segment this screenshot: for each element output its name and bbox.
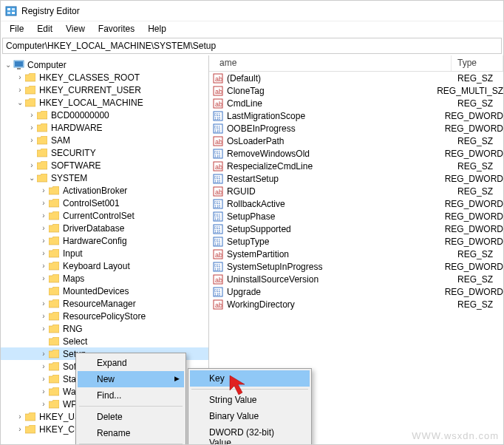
tree-item[interactable]: ›ControlSet001: [1, 197, 208, 209]
address-bar[interactable]: Computer\HKEY_LOCAL_MACHINE\SYSTEM\Setup: [2, 38, 502, 54]
tree-item[interactable]: ›CurrentControlSet: [1, 209, 208, 222]
list-item[interactable]: ab(Default)REG_SZ: [209, 72, 503, 84]
chevron-right-icon[interactable]: ›: [39, 249, 48, 257]
chevron-down-icon[interactable]: ⌄: [4, 61, 13, 69]
chevron-right-icon[interactable]: ›: [39, 299, 48, 308]
list-item[interactable]: 011110SetupSupportedREG_DWORD: [209, 222, 503, 235]
tree-item[interactable]: ›Keyboard Layout: [1, 259, 208, 272]
list-item[interactable]: abRespecializeCmdLineREG_SZ: [209, 160, 503, 172]
ctx-new[interactable]: New ▶: [78, 371, 184, 387]
chevron-right-icon[interactable]: ›: [27, 123, 36, 132]
menu-edit[interactable]: Edit: [31, 22, 58, 35]
list-item[interactable]: abRGUIDREG_SZ: [209, 185, 503, 197]
list-item[interactable]: abCloneTagREG_MULTI_SZ: [209, 84, 503, 97]
tree-item[interactable]: ⌄SYSTEM: [1, 171, 208, 184]
chevron-down-icon[interactable]: ⌄: [27, 174, 36, 182]
chevron-right-icon[interactable]: ›: [39, 199, 48, 207]
tree-item[interactable]: ›RNG: [1, 322, 208, 335]
menu-file[interactable]: File: [4, 22, 30, 35]
chevron-right-icon[interactable]: ›: [27, 136, 36, 144]
ctx-find[interactable]: Find...: [78, 387, 184, 404]
tree-item-label: HARDWARE: [51, 123, 103, 133]
binary-value-icon: 011110: [212, 287, 224, 297]
chevron-right-icon[interactable]: ›: [39, 237, 48, 245]
chevron-right-icon[interactable]: ›: [39, 350, 48, 358]
chevron-right-icon[interactable]: ›: [27, 161, 36, 169]
list-item[interactable]: 011110RemoveWindowsOldREG_DWORD: [209, 147, 503, 160]
value-name: SystemSetupInProgress: [227, 262, 322, 272]
tree-item[interactable]: ›HARDWARE: [1, 121, 208, 134]
tree-item[interactable]: ›HKEY_CURRENT_USER: [1, 84, 208, 96]
tree-item[interactable]: ›HKEY_CLASSES_ROOT: [1, 71, 208, 84]
chevron-right-icon[interactable]: ›: [39, 274, 48, 282]
chevron-right-icon[interactable]: ›: [39, 325, 48, 333]
tree-item[interactable]: ›Maps: [1, 272, 208, 285]
list-item[interactable]: 011110SetupTypeREG_DWORD: [209, 235, 503, 248]
svg-text:110: 110: [214, 267, 221, 271]
chevron-right-icon[interactable]: ›: [16, 425, 24, 433]
chevron-right-icon[interactable]: ›: [39, 362, 48, 370]
col-header-type[interactable]: Type: [452, 55, 503, 71]
tree-item[interactable]: ›BCD00000000: [1, 109, 208, 121]
svg-text:ab: ab: [215, 251, 222, 259]
chevron-right-icon[interactable]: ›: [39, 224, 48, 232]
tree-item-label: MountedDevices: [63, 286, 129, 296]
tree-item[interactable]: ⌄HKEY_LOCAL_MACHINE: [1, 96, 208, 109]
chevron-right-icon[interactable]: ›: [39, 400, 48, 408]
value-name: Upgrade: [227, 287, 261, 297]
tree-item[interactable]: ›HardwareConfig: [1, 234, 208, 247]
tree-item-label: SOFTWARE: [51, 160, 101, 171]
tree-item[interactable]: ⌄Computer: [1, 58, 208, 71]
tree-item[interactable]: MountedDevices: [1, 285, 208, 297]
menu-favorites[interactable]: Favorites: [92, 22, 140, 35]
tree-item[interactable]: ›ResourceManager: [1, 297, 208, 310]
tree-item[interactable]: Select: [1, 335, 208, 347]
svg-rect-2: [12, 8, 15, 10]
tree-item[interactable]: ›SOFTWARE: [1, 159, 208, 171]
chevron-right-icon[interactable]: ›: [16, 73, 24, 81]
ctx-new-dword[interactable]: DWORD (32-bit) Value: [190, 424, 310, 445]
tree-item[interactable]: SECURITY: [1, 146, 208, 159]
chevron-right-icon[interactable]: ›: [39, 375, 48, 383]
tree-item-label: Keyboard Layout: [63, 261, 130, 271]
list-item[interactable]: 011110UpgradeREG_DWORD: [209, 285, 503, 298]
tree-item-label: SYSTEM: [51, 173, 87, 183]
chevron-right-icon[interactable]: ›: [39, 312, 48, 320]
list-item[interactable]: abOsLoaderPathREG_SZ: [209, 135, 503, 147]
tree-item[interactable]: ›ActivationBroker: [1, 184, 208, 197]
ctx-expand[interactable]: Expand: [78, 355, 184, 371]
ctx-new-key[interactable]: Key: [190, 370, 310, 387]
folder-icon: [24, 424, 36, 435]
chevron-right-icon[interactable]: ›: [39, 211, 48, 220]
list-item[interactable]: 011110RestartSetupREG_DWORD: [209, 172, 503, 185]
chevron-right-icon[interactable]: ›: [39, 262, 48, 270]
chevron-right-icon[interactable]: ›: [16, 86, 24, 94]
chevron-right-icon[interactable]: ›: [39, 387, 48, 395]
tree-item[interactable]: ›ResourcePolicyStore: [1, 310, 208, 322]
tree-item[interactable]: ›DriverDatabase: [1, 222, 208, 234]
list-item[interactable]: 011110OOBEInProgressREG_DWORD: [209, 122, 503, 135]
list-item[interactable]: abWorkingDirectoryREG_SZ: [209, 298, 503, 310]
list-item[interactable]: abSystemPartitionREG_SZ: [209, 248, 503, 260]
list-item[interactable]: 011110SystemSetupInProgressREG_DWORD: [209, 260, 503, 273]
ctx-new-binary[interactable]: Binary Value: [190, 408, 310, 424]
list-item[interactable]: 011110LastMigrationScopeREG_DWORD: [209, 109, 503, 122]
chevron-right-icon[interactable]: ›: [16, 412, 24, 421]
ctx-delete[interactable]: Delete: [78, 409, 184, 425]
list-item[interactable]: abUninstallSourceVersionREG_SZ: [209, 273, 503, 285]
ctx-new-string[interactable]: String Value: [190, 392, 310, 408]
menu-view[interactable]: View: [60, 22, 91, 35]
tree-item[interactable]: ›SAM: [1, 134, 208, 146]
chevron-right-icon[interactable]: ›: [39, 186, 48, 194]
tree-item[interactable]: ›Input: [1, 247, 208, 259]
chevron-right-icon[interactable]: ›: [27, 111, 36, 119]
menu-help[interactable]: Help: [142, 22, 172, 35]
list-item[interactable]: 011110RollbackActiveREG_DWORD: [209, 197, 503, 210]
ctx-rename[interactable]: Rename: [78, 425, 184, 441]
col-header-name[interactable]: ame: [209, 55, 452, 71]
value-name: (Default): [227, 73, 261, 84]
folder-icon: [48, 336, 60, 347]
list-item[interactable]: 011110SetupPhaseREG_DWORD: [209, 210, 503, 222]
chevron-down-icon[interactable]: ⌄: [16, 98, 24, 106]
list-item[interactable]: abCmdLineREG_SZ: [209, 97, 503, 109]
